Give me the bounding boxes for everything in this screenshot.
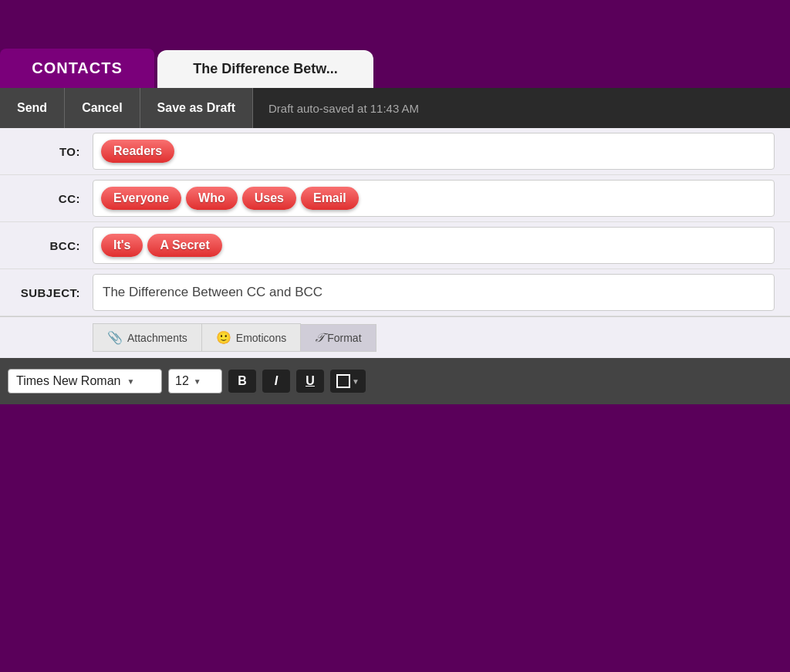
cancel-button[interactable]: Cancel	[65, 88, 140, 128]
attachments-label: Attachments	[127, 332, 187, 344]
format-label: Format	[327, 332, 361, 344]
smiley-icon: 🙂	[216, 330, 231, 345]
color-dropdown-arrow: ▼	[352, 377, 360, 386]
save-draft-button[interactable]: Save as Draft	[140, 88, 253, 128]
to-tag-readers[interactable]: Readers	[101, 140, 174, 163]
underline-button[interactable]: U	[296, 370, 324, 393]
bold-icon: B	[238, 374, 247, 387]
cc-label: CC:	[0, 192, 93, 205]
bcc-label: BCC:	[0, 239, 93, 252]
contacts-tab-label: CONTACTS	[32, 59, 123, 76]
font-size-value: 12	[175, 374, 189, 388]
cc-field-row: CC: Everyone Who Uses Email	[0, 175, 790, 222]
to-input[interactable]: Readers	[93, 133, 775, 170]
attachments-button[interactable]: 📎 Attachments	[93, 323, 202, 352]
emoticons-label: Emoticons	[236, 332, 286, 344]
top-bar	[0, 0, 790, 42]
send-button[interactable]: Send	[0, 88, 65, 128]
paperclip-icon: 📎	[107, 330, 123, 345]
tab-row: CONTACTS The Difference Betw...	[0, 42, 790, 88]
underline-icon: U	[306, 374, 315, 387]
compose-area: TO: Readers CC: Everyone Who Uses Email …	[0, 128, 790, 404]
bcc-tag-asecret[interactable]: A Secret	[147, 234, 221, 257]
cc-tag-email[interactable]: Email	[301, 187, 359, 210]
cc-input[interactable]: Everyone Who Uses Email	[93, 180, 775, 217]
tab-compose[interactable]: The Difference Betw...	[157, 50, 373, 88]
bcc-input[interactable]: It's A Secret	[93, 227, 775, 264]
to-field-row: TO: Readers	[0, 128, 790, 175]
tab-contacts[interactable]: CONTACTS	[0, 49, 154, 88]
font-size-select[interactable]: 12 ▼	[168, 369, 222, 393]
subject-field-row: SUBJECT: The Difference Between CC and B…	[0, 269, 790, 316]
font-name-value: Times New Roman	[16, 374, 120, 388]
italic-button[interactable]: I	[262, 370, 290, 393]
cc-tag-uses[interactable]: Uses	[242, 187, 296, 210]
subject-input[interactable]: The Difference Between CC and BCC	[93, 274, 775, 311]
color-button[interactable]: ▼	[330, 370, 366, 393]
bcc-field-row: BCC: It's A Secret	[0, 222, 790, 269]
cc-tag-who[interactable]: Who	[186, 187, 238, 210]
to-label: TO:	[0, 145, 93, 158]
size-dropdown-arrow: ▼	[194, 377, 201, 386]
font-toolbar: Times New Roman ▼ 12 ▼ B I U ▼	[0, 358, 790, 404]
font-dropdown-arrow: ▼	[127, 377, 134, 386]
emoticons-button[interactable]: 🙂 Emoticons	[202, 323, 301, 352]
draft-status: Draft auto-saved at 11:43 AM	[253, 102, 419, 115]
format-bar: 📎 Attachments 🙂 Emoticons 𝒯 Format	[0, 316, 790, 358]
bcc-tag-its[interactable]: It's	[101, 234, 143, 257]
font-name-select[interactable]: Times New Roman ▼	[8, 369, 162, 393]
subject-label: SUBJECT:	[0, 286, 93, 299]
color-square-icon	[336, 374, 350, 388]
compose-tab-label: The Difference Betw...	[193, 61, 337, 76]
toolbar: Send Cancel Save as Draft Draft auto-sav…	[0, 88, 790, 128]
cc-tag-everyone[interactable]: Everyone	[101, 187, 181, 210]
bold-button[interactable]: B	[228, 370, 256, 393]
italic-icon: I	[275, 374, 278, 387]
format-button[interactable]: 𝒯 Format	[301, 324, 376, 352]
subject-value: The Difference Between CC and BCC	[103, 285, 322, 300]
script-icon: 𝒯	[315, 331, 322, 345]
